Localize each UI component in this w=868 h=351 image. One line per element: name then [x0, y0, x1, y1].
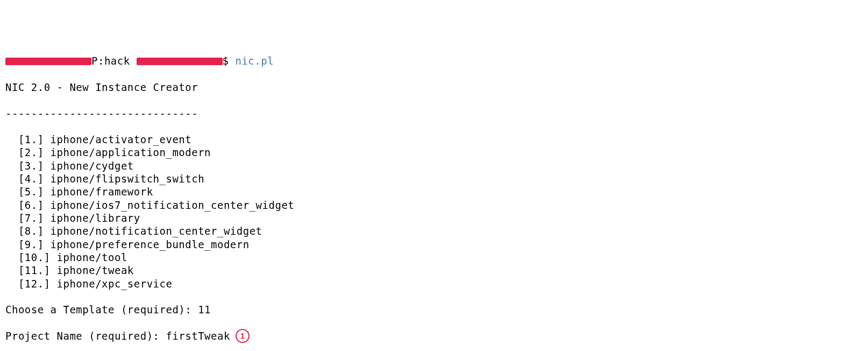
- project-name-label: Project Name (required):: [5, 330, 166, 342]
- template-item: [12.] iphone/xpc_service: [5, 277, 863, 290]
- template-item: [8.] iphone/notification_center_widget: [5, 224, 863, 237]
- template-item: [3.] iphone/cydget: [5, 159, 863, 172]
- annotation-1: 1: [236, 329, 250, 343]
- choose-template-value: 11: [198, 304, 211, 315]
- template-item: [5.] iphone/framework: [5, 185, 863, 198]
- template-item: [1.] iphone/activator_event: [5, 133, 863, 146]
- template-item: [6.] iphone/ios7_notification_center_wid…: [5, 199, 863, 212]
- choose-template-line: Choose a Template (required): 11: [5, 303, 863, 316]
- template-item: [4.] iphone/flipswitch_switch: [5, 172, 863, 185]
- prompt-mid: P:hack: [91, 55, 137, 67]
- template-item: [11.] iphone/tweak: [5, 264, 863, 277]
- prompt-suffix: $: [223, 55, 236, 67]
- template-item: [10.] iphone/tool: [5, 251, 863, 264]
- template-list: [1.] iphone/activator_event [2.] iphone/…: [5, 133, 863, 290]
- template-item: [2.] iphone/application_modern: [5, 146, 863, 159]
- choose-template-label: Choose a Template (required):: [5, 304, 198, 315]
- header-line: NIC 2.0 - New Instance Creator: [5, 81, 863, 94]
- prompt-line: P:hack $ nic.pl: [5, 54, 863, 67]
- template-item: [7.] iphone/library: [5, 212, 863, 224]
- project-name-value: firstTweak: [166, 330, 230, 342]
- redaction: [5, 58, 91, 65]
- project-name-line: Project Name (required): firstTweak1: [5, 329, 863, 344]
- template-item: [9.] iphone/preference_bundle_modern: [5, 238, 863, 251]
- redaction: [137, 58, 223, 65]
- divider-line: ------------------------------: [5, 107, 863, 120]
- command-text: nic.pl: [235, 55, 274, 67]
